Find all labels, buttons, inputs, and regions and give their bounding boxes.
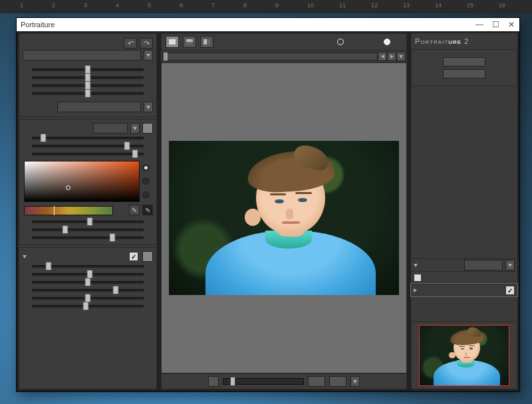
hist-menu-button[interactable] — [396, 52, 406, 61]
histogram-bar — [161, 52, 407, 61]
output-row-1[interactable] — [411, 258, 517, 271]
zoom-slider[interactable] — [223, 378, 304, 385]
enhance-toggle[interactable]: ✓ — [129, 252, 138, 261]
hue-range-slider-2[interactable] — [32, 226, 144, 234]
redo-button[interactable]: ↷ — [140, 38, 153, 49]
chevron-down-icon — [414, 264, 418, 267]
skin-slider-2[interactable] — [32, 142, 144, 150]
view-split-h-button[interactable] — [183, 36, 196, 48]
zoom-fit-button[interactable] — [208, 376, 219, 387]
preset-section: ↶ ↷ — [19, 33, 157, 117]
picker-mode-2[interactable] — [142, 177, 150, 185]
controls-panel: ↶ ↷ — [18, 33, 158, 390]
enhance-slider-6[interactable] — [32, 302, 144, 310]
option-check-2[interactable]: ✓ — [505, 286, 515, 295]
hist-next-button[interactable] — [387, 52, 396, 61]
minimize-button[interactable]: — — [475, 21, 483, 29]
window-title: Portraiture — [21, 21, 55, 29]
output-row-2[interactable] — [411, 271, 517, 284]
skin-slider-3[interactable] — [32, 150, 144, 158]
mask-swatch[interactable] — [142, 123, 153, 134]
enhance-slider-3[interactable] — [32, 278, 144, 286]
portrait-size-dropdown[interactable] — [57, 102, 141, 112]
zoom-menu-arrow[interactable] — [350, 376, 360, 387]
zoom-bar — [161, 373, 407, 389]
output-dropdown-arrow[interactable] — [505, 260, 515, 270]
cancel-button[interactable] — [443, 69, 485, 78]
enhance-section: ✓ — [19, 247, 157, 389]
eyedropper-add-icon[interactable]: ✎ — [129, 205, 140, 215]
hue-range-slider-3[interactable] — [32, 234, 144, 242]
enhance-swatch[interactable] — [142, 251, 153, 262]
histogram-track[interactable] — [162, 52, 378, 60]
smoothing-slider-4[interactable] — [32, 90, 144, 98]
portraiture-window: Portraiture — ☐ ✕ ↶ ↷ — [16, 17, 520, 392]
preview-image — [169, 141, 399, 295]
skin-color-picker[interactable] — [24, 161, 140, 202]
zoom-value-box[interactable] — [308, 376, 325, 387]
titlebar[interactable]: Portraiture — ☐ ✕ — [17, 18, 519, 31]
skin-tone-section: ✎ ✎ — [19, 119, 157, 245]
hist-prev-button[interactable] — [378, 52, 387, 61]
ruler: 12 34 56 78 910 1112 1314 1516 — [0, 0, 532, 13]
view-toolbar — [161, 33, 407, 50]
skin-dropdown-arrow[interactable] — [130, 123, 140, 134]
portrait-size-arrow[interactable] — [144, 102, 153, 112]
hue-range-slider-1[interactable] — [32, 218, 144, 226]
picker-mode-1[interactable] — [142, 164, 150, 171]
chevron-right-icon — [414, 288, 417, 292]
option-check-1[interactable] — [414, 274, 422, 282]
compare-dot-a[interactable] — [337, 39, 344, 45]
preset-dropdown-arrow[interactable] — [144, 50, 153, 60]
navigator-thumb-section — [411, 322, 517, 389]
view-split-v-button[interactable] — [200, 36, 213, 48]
host-app: 12 34 56 78 910 1112 1314 1516 Portraitu… — [0, 0, 532, 404]
skin-dropdown[interactable] — [93, 123, 128, 134]
output-row-3[interactable]: ✓ — [411, 284, 517, 296]
navigator-thumbnail[interactable] — [419, 325, 509, 386]
view-single-button[interactable] — [166, 36, 179, 48]
compare-dot-b[interactable] — [384, 39, 390, 45]
preset-dropdown[interactable] — [23, 50, 141, 60]
image-viewport[interactable] — [161, 62, 407, 373]
picker-mode-3[interactable] — [142, 191, 150, 199]
close-button[interactable]: ✕ — [507, 21, 515, 29]
brand-title: Portraiture 2 — [411, 33, 517, 49]
hue-strip[interactable] — [24, 206, 113, 215]
maximize-button[interactable]: ☐ — [491, 21, 499, 29]
eyedropper-sub-icon[interactable]: ✎ — [142, 205, 153, 215]
zoom-mode-box[interactable] — [329, 376, 346, 387]
navigator-panel: Portraiture 2 — [410, 33, 518, 390]
section-collapse-icon[interactable] — [23, 255, 27, 258]
output-dropdown[interactable] — [464, 260, 503, 270]
action-buttons — [411, 49, 517, 86]
ok-button[interactable] — [443, 57, 485, 66]
preview-panel — [160, 33, 408, 390]
undo-button[interactable]: ↶ — [124, 38, 137, 49]
